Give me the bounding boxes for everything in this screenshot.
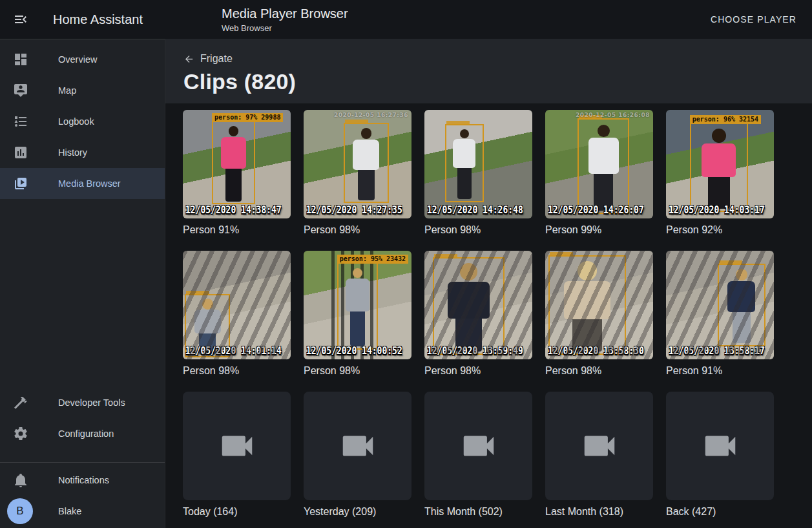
folder-card-yesterday-209[interactable]: Yesterday (209) (304, 392, 411, 518)
clip-caption: Person 92% (666, 224, 774, 236)
clip-thumbnail: person: 95% 23432 12/05/2020 14:00:52 (304, 251, 411, 359)
detection-label: person: 96% 32154 (690, 115, 761, 124)
clip-card[interactable]: 2020-12-05 16:26:08 12/05/2020 14:26:07 … (545, 110, 653, 236)
clip-card[interactable]: 12/05/2020 14:01:14 Person 98% (183, 251, 291, 377)
folder-caption: Today (164) (183, 506, 291, 518)
clip-card[interactable]: person: 95% 23432 12/05/2020 14:00:52 Pe… (304, 251, 411, 377)
app-title: Home Assistant (53, 12, 143, 27)
person-torso (194, 310, 221, 333)
person-legs (358, 170, 375, 200)
avatar: B (7, 498, 33, 524)
folder-caption: Yesterday (209) (304, 506, 411, 518)
person-figure (700, 129, 738, 209)
sidebar-item-map[interactable]: Map (0, 75, 165, 106)
folder-thumbnail (304, 392, 411, 500)
person-figure (344, 268, 371, 346)
bell-icon (13, 472, 28, 488)
clip-card[interactable]: 12/05/2020 13:59:49 Person 98% (424, 251, 532, 377)
person-torso (346, 279, 370, 312)
sidebar-item-notifications[interactable]: Notifications (0, 465, 165, 496)
choose-player-button[interactable]: CHOOSE PLAYER (705, 9, 802, 30)
detection-mini-label (446, 121, 470, 125)
clip-card[interactable]: person: 97% 29988 12/05/2020 14:38:47 Pe… (183, 110, 291, 236)
sidebar-bottom-block: Notifications B Blake (0, 462, 165, 528)
person-torso (448, 282, 490, 319)
clip-card[interactable]: 2020-12-05 16:27:36 12/05/2020 14:27:35 … (304, 110, 411, 236)
detection-bounding-box (185, 294, 230, 357)
detection-bounding-box (445, 124, 484, 202)
folder-card-last-month-318[interactable]: Last Month (318) (545, 392, 653, 518)
folder-caption: This Month (502) (424, 506, 532, 518)
clip-caption: Person 98% (424, 365, 532, 377)
clips-grid: person: 97% 29988 12/05/2020 14:38:47 Pe… (165, 103, 812, 518)
clip-caption: Person 99% (545, 224, 653, 236)
person-torso (221, 137, 246, 169)
sidebar-item-media-browser[interactable]: Media Browser (0, 168, 165, 199)
person-figure (193, 299, 222, 355)
folder-card-back-427[interactable]: Back (427) (666, 392, 774, 518)
clip-card[interactable]: 12/05/2020 14:26:48 Person 98% (424, 110, 532, 236)
clip-caption: Person 98% (304, 365, 411, 377)
detection-bounding-box (578, 118, 629, 214)
timestamp-overlay: 12/05/2020 13:58:30 (548, 345, 644, 357)
sidebar-item-logbook[interactable]: Logbook (0, 106, 165, 137)
list-bulleted-icon (13, 114, 28, 129)
sidebar-header: Home Assistant (0, 12, 165, 27)
detection-bounding-box (433, 257, 504, 355)
timestamp-overlay: 12/05/2020 14:27:35 (306, 204, 402, 216)
sidebar-tools-nav: Developer Tools Configuration (0, 387, 165, 449)
video-camera-icon (579, 426, 619, 466)
clip-thumbnail: 12/05/2020 13:58:17 (666, 251, 774, 359)
sidebar-item-history[interactable]: History (0, 137, 165, 168)
person-head (229, 126, 239, 136)
folder-caption: Last Month (318) (545, 506, 653, 518)
folder-card-this-month-502[interactable]: This Month (502) (424, 392, 532, 518)
play-box-multiple-icon (13, 176, 28, 191)
person-head (202, 299, 213, 310)
person-torso (588, 138, 619, 174)
person-figure (351, 128, 381, 200)
clip-card[interactable]: person: 96% 32154 12/05/2020 14:03:17 Pe… (666, 110, 774, 236)
menu-open-icon[interactable] (13, 12, 28, 27)
person-figure (452, 129, 477, 200)
sidebar-item-profile[interactable]: B Blake (0, 496, 165, 527)
detection-mini-label (186, 291, 209, 295)
sidebar-item-configuration[interactable]: Configuration (0, 418, 165, 449)
person-figure (219, 126, 247, 202)
person-head (353, 268, 362, 278)
sidebar-item-developer-tools[interactable]: Developer Tools (0, 387, 165, 418)
app-header: Home Assistant Media Player Browser Web … (0, 0, 812, 39)
timestamp-overlay: 12/05/2020 14:26:48 (427, 204, 523, 216)
breadcrumb-back[interactable]: Frigate (183, 53, 233, 65)
folder-thumbnail (666, 392, 774, 500)
clip-thumbnail: 12/05/2020 14:01:14 (183, 251, 291, 359)
sidebar-item-overview[interactable]: Overview (0, 44, 165, 75)
clip-caption: Person 91% (183, 224, 291, 236)
media-header: Frigate Clips (820) (165, 39, 812, 103)
detection-bounding-box (344, 123, 389, 203)
person-legs (572, 319, 602, 352)
hammer-icon (13, 395, 28, 410)
person-figure (587, 125, 621, 211)
person-legs (225, 169, 242, 202)
tooltip-account-icon (13, 83, 28, 98)
person-figure (726, 269, 758, 343)
person-figure (444, 263, 492, 352)
clip-card[interactable]: 12/05/2020 13:58:30 Person 98% (545, 251, 653, 377)
clip-card[interactable]: 12/05/2020 13:58:17 Person 91% (666, 251, 774, 377)
clip-thumbnail: 12/05/2020 13:58:30 (545, 251, 653, 359)
clip-caption: Person 91% (666, 365, 774, 377)
person-head (460, 263, 477, 280)
detection-mini-label (550, 252, 573, 257)
folder-card-today-164[interactable]: Today (164) (183, 392, 291, 518)
timestamp-overlay: 12/05/2020 14:00:52 (306, 345, 402, 357)
timestamp-overlay: 12/05/2020 13:58:17 (669, 345, 765, 357)
clip-caption: Person 98% (304, 224, 411, 236)
breadcrumb-label: Frigate (200, 53, 233, 65)
person-head (460, 129, 469, 138)
detection-mini-label (345, 120, 368, 124)
detection-label: person: 97% 29988 (212, 113, 283, 122)
video-camera-icon (459, 426, 499, 466)
panel-title-block: Media Player Browser Web Browser (222, 6, 348, 33)
detection-bounding-box: person: 96% 32154 (690, 123, 748, 212)
